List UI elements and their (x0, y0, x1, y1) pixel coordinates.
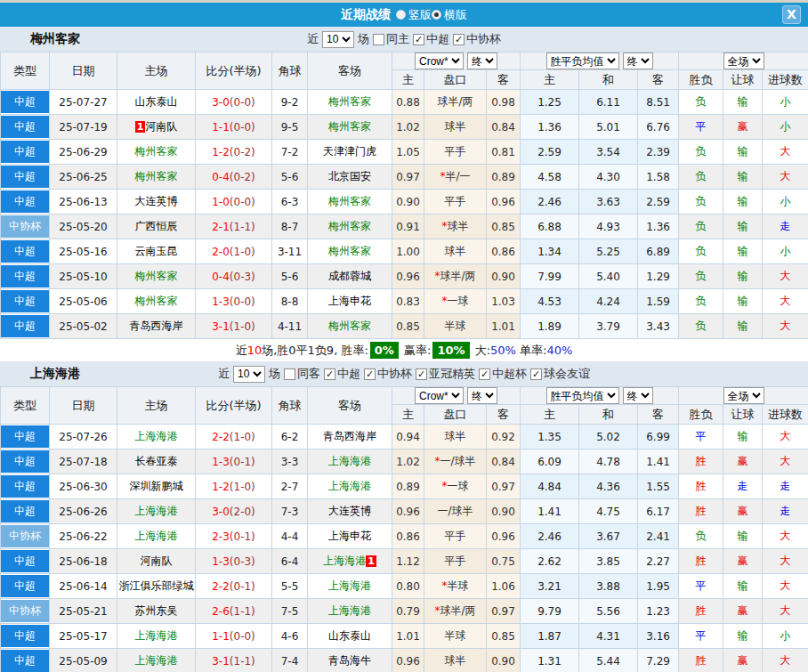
away-team-cell: 梅州客家 (308, 190, 392, 215)
home-team-cell: 大连英博 (117, 190, 196, 215)
header-dropdown-row: 类型日期主场比分(半场)角球客场Crow*终胜平负均值终全场 (1, 53, 808, 70)
col-header: 让球 (723, 405, 763, 425)
checkbox-icon (284, 368, 295, 380)
handicap-cell: *球半/两 (424, 264, 487, 289)
score-cell: 1-1(0-0) (196, 624, 272, 649)
team-name: 天津津门虎 (323, 145, 376, 158)
col-header: 胜负 (679, 405, 723, 425)
full-score: 1-1 (212, 630, 230, 643)
filter-suffix-label: 场 (269, 366, 280, 382)
filter-checkbox[interactable]: ✓球会友谊 (530, 366, 590, 382)
date-cell: 25-05-02 (50, 314, 117, 339)
result-goals-cell: 大 (763, 289, 808, 314)
odds-provider-select[interactable]: Crow* (415, 53, 464, 69)
handicap-text: 半/一 (445, 170, 470, 182)
away-team-cell: 上海申花 (308, 524, 392, 549)
corner-cell: 5-6 (272, 165, 308, 190)
mean-draw-cell: 5.56 (579, 599, 638, 624)
mean-draw-cell: 3.79 (579, 314, 638, 339)
mean-away-cell: 3.43 (638, 314, 679, 339)
mean-draw-cell: 4.30 (579, 165, 638, 190)
col-header: 类型 (1, 387, 50, 425)
mean-select[interactable]: 胜平负均值 (546, 387, 619, 404)
result-wl-cell: 负 (679, 190, 723, 215)
result-text: 输 (738, 579, 748, 592)
close-button[interactable]: X (782, 5, 801, 24)
odds-state-select[interactable]: 终 (467, 53, 497, 69)
odds-provider-select[interactable]: Crow* (415, 387, 464, 404)
handicap-cell: *一球 (424, 474, 487, 499)
result-goals-cell: 走 (763, 215, 808, 239)
result-handicap-cell: 走 (723, 474, 763, 499)
filter-checkbox[interactable]: 同客 (284, 366, 320, 382)
result-text: 输 (738, 295, 748, 307)
corner-cell: 7-5 (272, 599, 308, 624)
match-count-select[interactable]: 10 (233, 366, 265, 383)
filter-checkbox[interactable]: ✓中超杯 (479, 366, 527, 382)
col-header: 盘口 (424, 405, 487, 425)
filter-checkbox[interactable]: ✓中超 (413, 31, 449, 47)
away-odds-cell: 0.85 (487, 624, 521, 649)
filter-bar: 近10场同主✓中超✓中协杯 (307, 31, 501, 48)
filter-checkbox[interactable]: ✓亚冠精英 (416, 366, 475, 382)
match-count-select[interactable]: 10 (322, 31, 354, 48)
league-badge: 中超 (1, 91, 49, 113)
half-score: (0-0) (230, 630, 255, 643)
half-score: (0-2) (230, 171, 255, 183)
league-badge: 中超 (1, 475, 49, 498)
result-handicap-cell: 赢 (723, 599, 763, 624)
mean-draw-cell: 3.54 (579, 140, 638, 165)
mean-select[interactable]: 胜平负均值 (546, 53, 619, 69)
filter-checkbox[interactable]: 同主 (373, 31, 409, 47)
mean-draw-cell: 5.40 (579, 264, 638, 289)
col-header: 进球数 (763, 405, 808, 425)
result-text: 大 (780, 604, 791, 617)
mean-state-select[interactable]: 终 (623, 387, 653, 404)
checkbox-label: 中协杯 (466, 31, 501, 47)
mean-home-cell: 1.41 (521, 499, 579, 524)
result-text: 平 (696, 430, 707, 442)
col-header: 客场 (308, 387, 392, 425)
checkbox-label: 亚冠精英 (429, 366, 475, 382)
away-odds-cell: 1.01 (487, 314, 521, 339)
mean-home-cell: 3.21 (521, 574, 579, 599)
layout-radio-option[interactable]: 竖版 (396, 7, 432, 23)
result-goals-cell: 大 (763, 524, 808, 549)
checkbox-label: 同主 (386, 31, 409, 47)
team-name: 河南队 (141, 555, 173, 567)
mean-draw-cell: 6.11 (579, 90, 638, 115)
filter-checkbox[interactable]: ✓中协杯 (364, 366, 412, 382)
result-text: 大 (780, 455, 791, 467)
result-text: 小 (780, 95, 791, 108)
section-header: 上海海港近10场同客✓中超✓中协杯✓亚冠精英✓中超杯✓球会友谊 (0, 361, 808, 386)
away-odds-cell: 0.96 (487, 524, 521, 549)
result-handicap-cell: 赢 (723, 549, 763, 574)
filter-checkbox[interactable]: ✓中超 (324, 366, 360, 382)
score-cell: 2-2(1-0) (196, 425, 272, 449)
result-handicap-cell: 输 (723, 524, 763, 549)
full-score: 1-2 (212, 146, 230, 158)
score-cell: 1-3(0-0) (196, 289, 272, 314)
mean-away-cell: 2.59 (638, 190, 679, 215)
result-text: 输 (738, 170, 748, 182)
mean-state-select[interactable]: 终 (623, 53, 653, 69)
handicap-text: 一球 (448, 295, 469, 307)
team-title: 上海海港 (30, 366, 80, 382)
filter-checkbox[interactable]: ✓中协杯 (453, 31, 501, 47)
team-name: 梅州客家 (135, 295, 178, 307)
handicap-text: 平手 (445, 145, 466, 158)
team-name: 梅州客家 (328, 245, 371, 257)
odds-dropdown-cell: Crow*终 (392, 53, 521, 70)
date-cell: 25-06-26 (50, 499, 117, 524)
league-cell: 中超 (1, 649, 50, 672)
result-handicap-cell: 输 (723, 289, 763, 314)
date-cell: 25-06-18 (50, 549, 117, 574)
mean-home-cell: 2.59 (521, 140, 579, 165)
scope-select[interactable]: 全场 (723, 387, 764, 404)
date-cell: 25-07-19 (50, 115, 117, 140)
home-odds-cell: 0.96 (392, 649, 424, 672)
scope-select[interactable]: 全场 (723, 53, 764, 69)
odds-state-select[interactable]: 终 (467, 387, 497, 404)
result-text: 负 (696, 145, 707, 158)
layout-radio-option[interactable]: 横版 (432, 7, 467, 23)
